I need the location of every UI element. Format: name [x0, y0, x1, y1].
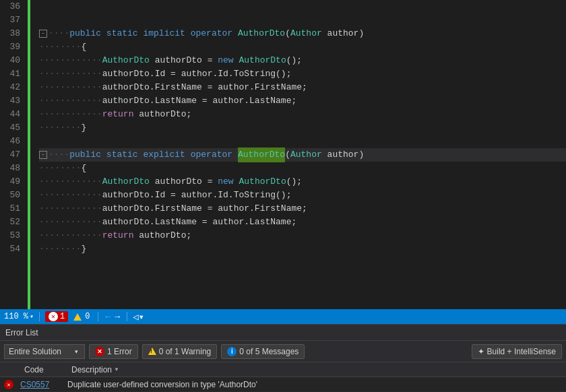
ln-45: 45	[0, 121, 20, 135]
status-divider-1	[39, 312, 40, 321]
error-list-toolbar: Entire Solution ▾ ✕ 1 Error 0 of 1 Warni…	[0, 341, 566, 362]
ln-54: 54	[0, 242, 20, 256]
ln-47: 47	[0, 148, 20, 162]
error-row-icon-cell: ✕	[4, 379, 20, 390]
code-line-36	[39, 0, 566, 13]
error-filter-button[interactable]: ✕ 1 Error	[89, 344, 138, 359]
error-list-panel: Error List Entire Solution ▾ ✕ 1 Error 0…	[0, 324, 566, 392]
warning-filter-icon	[148, 348, 156, 355]
error-list-title: Error List	[5, 328, 38, 337]
code-line-53: ············ return authorDto;	[39, 229, 566, 242]
ln-41: 41	[0, 67, 20, 81]
ln-37: 37	[0, 13, 20, 27]
ln-52: 52	[0, 216, 20, 229]
code-line-40: ············ AuthorDto authorDto = new A…	[39, 54, 566, 67]
nav-history-button[interactable]: ◁▾	[133, 311, 144, 323]
code-line-37	[39, 13, 566, 27]
error-filter-icon: ✕	[95, 347, 104, 356]
collapse-icon-38[interactable]: -	[39, 30, 47, 38]
error-row-code[interactable]: CS0557	[20, 380, 67, 389]
error-icon: ✕	[49, 312, 58, 321]
warning-filter-button[interactable]: 0 of 1 Warning	[142, 344, 218, 359]
ln-50: 50	[0, 189, 20, 202]
collapse-icon-47[interactable]: -	[39, 151, 47, 159]
status-bar: 110 % ▾ ✕ 1 0 ← → ◁▾	[0, 309, 566, 324]
status-divider-2	[98, 312, 98, 321]
ln-36: 36	[0, 0, 20, 13]
code-line-51: ············ authorDto.FirstName = autho…	[39, 202, 566, 216]
scope-dropdown-arrow: ▾	[75, 348, 78, 355]
status-divider-3	[127, 312, 127, 321]
error-list-columns: Code Description ▼	[0, 362, 566, 377]
code-line-49: ············ AuthorDto authorDto = new A…	[39, 175, 566, 189]
ln-39: 39	[0, 40, 20, 54]
build-intellisense-button[interactable]: ✦ Build + IntelliSense	[472, 344, 562, 359]
code-line-48: ········ {	[39, 162, 566, 175]
unsaved-changes-bar	[28, 0, 30, 309]
error-row-description: Duplicate user-defined conversion in typ…	[67, 380, 562, 389]
code-line-42: ············ authorDto.FirstName = autho…	[39, 81, 566, 94]
ln-51: 51	[0, 202, 20, 216]
nav-arrows: ← →	[104, 312, 121, 322]
row-error-icon: ✕	[4, 380, 13, 389]
code-text-area[interactable]: - ···· public static implicit operator A…	[34, 0, 566, 309]
build-filter-icon: ✦	[478, 347, 484, 356]
col-header-description[interactable]: Description ▼	[67, 362, 123, 377]
ln-48: 48	[0, 162, 20, 175]
code-line-41: ············ authorDto.Id = author.Id.To…	[39, 67, 566, 81]
error-list-header: Error List	[0, 325, 566, 341]
ln-46: 46	[0, 135, 20, 148]
ln-43: 43	[0, 94, 20, 108]
scope-dropdown[interactable]: Entire Solution ▾	[4, 344, 85, 359]
messages-filter-button[interactable]: i 0 of 5 Messages	[221, 344, 305, 359]
code-line-43: ············ authorDto.LastName = author…	[39, 94, 566, 108]
code-line-45: ········ }	[39, 121, 566, 135]
line-numbers: 36 37 38 39 40 41 42 43 44 45 46 47 48 4…	[0, 0, 26, 309]
code-line-39: ········ {	[39, 40, 566, 54]
error-count-badge[interactable]: ✕ 1	[45, 311, 68, 322]
zoom-dropdown-icon[interactable]: ▾	[30, 313, 34, 321]
ln-42: 42	[0, 81, 20, 94]
code-line-54: ········ }	[39, 242, 566, 256]
code-line-46	[39, 135, 566, 148]
ln-49: 49	[0, 175, 20, 189]
zoom-level: 110 % ▾	[4, 312, 34, 321]
ln-44: 44	[0, 108, 20, 121]
code-editor: 36 37 38 39 40 41 42 43 44 45 46 47 48 4…	[0, 0, 566, 309]
ln-38: 38	[0, 27, 20, 40]
nav-right-button[interactable]: →	[113, 312, 121, 322]
ln-53: 53	[0, 229, 20, 242]
code-line-52: ············ authorDto.LastName = author…	[39, 216, 566, 229]
warning-count-badge[interactable]: 0	[71, 311, 92, 322]
code-line-47: - ···· public static explicit operator A…	[39, 148, 566, 162]
nav-left-button[interactable]: ←	[104, 312, 112, 322]
messages-filter-icon: i	[227, 347, 237, 356]
error-row-1[interactable]: ✕ CS0557 Duplicate user-defined conversi…	[0, 377, 566, 392]
code-line-38: - ···· public static implicit operator A…	[39, 27, 566, 40]
change-margin	[26, 0, 34, 309]
code-line-50: ············ authorDto.Id = author.Id.To…	[39, 189, 566, 202]
warning-icon	[73, 313, 82, 321]
sort-desc-icon: ▼	[114, 366, 119, 372]
ln-40: 40	[0, 54, 20, 67]
code-line-44: ············ return authorDto;	[39, 108, 566, 121]
col-header-code[interactable]: Code	[20, 362, 67, 377]
